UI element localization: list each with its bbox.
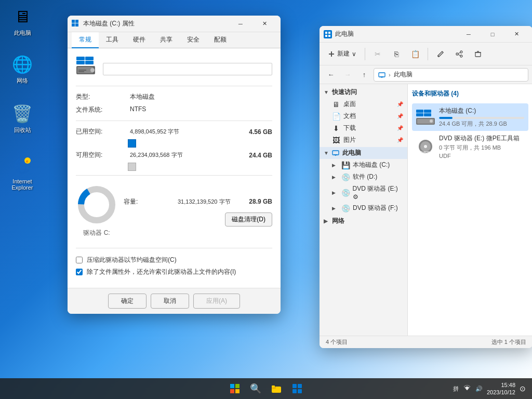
- copy-button[interactable]: ⎘: [388, 46, 405, 62]
- index-checkbox[interactable]: [76, 269, 83, 275]
- dialog-close-button[interactable]: ✕: [252, 16, 276, 32]
- explorer-window-controls: ─ □ ✕: [457, 26, 528, 43]
- address-text: 此电脑: [394, 70, 413, 79]
- sidebar-item-docs[interactable]: 📄 文档 📌: [320, 110, 407, 122]
- share-button[interactable]: [451, 46, 468, 62]
- tab-sharing[interactable]: 共享: [153, 32, 180, 48]
- start-button[interactable]: [225, 379, 244, 398]
- type-value: 本地磁盘: [130, 92, 272, 101]
- desktop-icon-this-pc[interactable]: 🖥 此电脑: [4, 4, 41, 39]
- clock-date: 2023/10/12: [487, 389, 515, 396]
- sidebar-item-downloads[interactable]: ⬇ 下载 📌: [320, 122, 407, 134]
- ie-icon: e: [12, 155, 33, 176]
- svg-point-16: [460, 55, 462, 57]
- used-gb: 4.56 GB: [241, 128, 272, 136]
- svg-rect-32: [424, 113, 431, 116]
- drive-item-local-c[interactable]: 本地磁盘 (C:) 24.4 GB 可用，共 28.9 GB: [412, 103, 528, 131]
- svg-rect-20: [475, 52, 481, 57]
- rename-button[interactable]: [432, 46, 449, 62]
- tab-general[interactable]: 常规: [72, 32, 99, 48]
- delete-button[interactable]: [470, 46, 486, 62]
- network-label: 网络: [332, 217, 344, 225]
- dialog-buttons: 确定 取消 应用(A): [68, 288, 281, 314]
- close-button[interactable]: ✕: [504, 26, 528, 43]
- devices-section-title: 设备和驱动器 (4): [412, 88, 528, 99]
- tab-security[interactable]: 安全: [180, 32, 207, 48]
- network-arrow: ▶: [324, 218, 330, 224]
- taskbar-clock[interactable]: 15:48 2023/10/12: [487, 381, 515, 396]
- svg-line-18: [458, 52, 460, 54]
- tab-tools[interactable]: 工具: [99, 32, 126, 48]
- new-label: 新建: [337, 49, 350, 58]
- ok-button[interactable]: 确定: [108, 294, 147, 309]
- sidebar-item-pictures[interactable]: 🖼 图片 📌: [320, 134, 407, 146]
- back-button[interactable]: ←: [324, 68, 338, 82]
- notification-indicator[interactable]: ⊙: [520, 384, 526, 393]
- used-space-row: 已用空间: 4,898,045,952 字节 4.56 GB: [76, 127, 272, 136]
- local-c-drive-space: 24.4 GB 可用，共 28.9 GB: [439, 120, 524, 128]
- minimize-button[interactable]: ─: [457, 26, 481, 43]
- desktop-icon-network[interactable]: 🌐 网络: [4, 52, 41, 87]
- drive-header: [76, 57, 272, 86]
- up-button[interactable]: ↑: [357, 68, 371, 82]
- ime-indicator[interactable]: 拼: [453, 385, 459, 393]
- taskbar-right: 拼 🔊 15:48 2023/10/12 ⊙: [453, 381, 532, 396]
- svg-rect-45: [76, 61, 85, 64]
- svg-rect-43: [75, 23, 78, 26]
- new-button[interactable]: 新建 ∨: [324, 47, 361, 60]
- explorer-nav: ← → ↑ › 此电脑: [320, 65, 532, 84]
- cut-button[interactable]: ✂: [369, 46, 386, 62]
- sidebar-item-dvd-f[interactable]: ▶ 💿 DVD 驱动器 (F:): [320, 202, 407, 214]
- file-explorer-taskbar-button[interactable]: [267, 379, 286, 398]
- dialog-tabs: 常规 工具 硬件 共享 安全 配额: [68, 32, 281, 48]
- maximize-button[interactable]: □: [481, 26, 504, 43]
- network-section: ▶ 网络: [320, 215, 407, 227]
- local-c-drive-name: 本地磁盘 (C:): [439, 107, 524, 115]
- svg-point-35: [430, 119, 433, 123]
- filesystem-value: NTFS: [130, 105, 272, 114]
- cancel-button[interactable]: 取消: [151, 294, 189, 309]
- checkbox-index-row: 除了文件属性外，还允许索引此驱动器上文件的内容(I): [76, 268, 272, 276]
- drive-name-input[interactable]: [103, 63, 272, 75]
- donut-chart: [76, 184, 117, 225]
- network-header[interactable]: ▶ 网络: [320, 215, 407, 227]
- sidebar-item-desktop[interactable]: 🖥 桌面 📌: [320, 98, 407, 110]
- explorer-sidebar: ▼ 快速访问 🖥 桌面 📌 📄 文档 📌 ⬇: [320, 84, 408, 336]
- pin-icon-pics: 📌: [397, 137, 403, 143]
- compress-checkbox[interactable]: [76, 257, 83, 263]
- search-taskbar-button[interactable]: 🔍: [246, 379, 265, 398]
- apply-button[interactable]: 应用(A): [193, 294, 240, 309]
- this-pc-header[interactable]: ▼ 此电脑: [320, 147, 407, 159]
- sidebar-item-soft-d[interactable]: ▶ 💿 软件 (D:): [320, 171, 407, 183]
- dialog-minimize-button[interactable]: ─: [229, 16, 252, 32]
- capacity-gb: 28.9 GB: [241, 198, 272, 205]
- paste-button[interactable]: 📋: [407, 46, 423, 62]
- disk-clean-button[interactable]: 磁盘清理(D): [225, 212, 272, 227]
- tab-hardware[interactable]: 硬件: [126, 32, 153, 48]
- this-pc-icon: 🖥: [12, 6, 33, 27]
- local-c-drive-info: 本地磁盘 (C:) 24.4 GB 可用，共 28.9 GB: [439, 107, 524, 128]
- this-pc-label: 此电脑: [14, 29, 31, 37]
- capacity-row: 容量: 31,132,139,520 字节 28.9 GB: [124, 197, 272, 206]
- address-bar[interactable]: › 此电脑: [374, 68, 528, 82]
- volume-indicator[interactable]: 🔊: [475, 385, 483, 392]
- space-section: 已用空间: 4,898,045,952 字节 4.56 GB 可用空间: 26,…: [76, 127, 272, 171]
- sidebar-item-local-c[interactable]: ▶ 💾 本地磁盘 (C:): [320, 159, 407, 171]
- dvd-f-arrow: ▶: [332, 206, 338, 211]
- quick-access-header[interactable]: ▼ 快速访问: [320, 86, 407, 98]
- pin-icon-docs: 📌: [397, 113, 403, 119]
- desktop-icon-ie[interactable]: e Internet Explorer: [4, 153, 41, 193]
- desktop-sidebar-icon: 🖥: [332, 100, 340, 109]
- drive-item-dvd-e[interactable]: DVD-ROM DVD 驱动器 (E:) 微PE工具箱 0 字节 可用，共 19…: [412, 131, 528, 162]
- downloads-sidebar-label: 下载: [343, 124, 356, 132]
- svg-rect-47: [85, 61, 94, 64]
- forward-button[interactable]: →: [340, 68, 355, 82]
- desktop-icon-recycle-bin[interactable]: 🗑️ 回收站: [4, 101, 41, 136]
- svg-rect-61: [272, 385, 275, 388]
- store-taskbar-button[interactable]: [288, 379, 307, 398]
- sidebar-item-dvd-e[interactable]: ▶ 💿 DVD 驱动器 (E:) ⚙: [320, 183, 407, 202]
- explorer-toolbar: 新建 ∨ ✂ ⎘ 📋: [320, 43, 532, 65]
- this-pc-label: 此电脑: [342, 149, 361, 157]
- tab-quota[interactable]: 配额: [207, 32, 234, 48]
- network-indicator[interactable]: [463, 384, 471, 393]
